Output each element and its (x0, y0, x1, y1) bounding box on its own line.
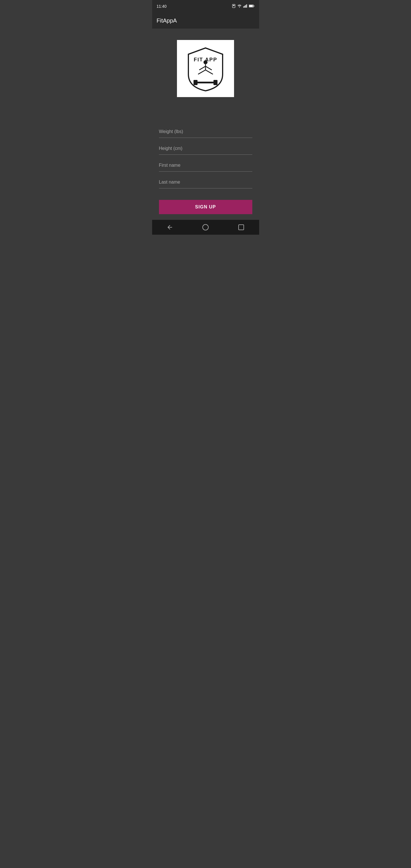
svg-rect-4 (244, 5, 245, 7)
app-bar: FitAppA (152, 12, 259, 29)
status-time: 11:40 (157, 4, 167, 8)
sim-icon (232, 4, 236, 9)
svg-rect-19 (214, 80, 218, 85)
recents-icon (238, 224, 245, 231)
app-bar-title: FitAppA (157, 18, 177, 24)
home-button[interactable] (202, 224, 209, 231)
svg-line-15 (198, 70, 205, 74)
back-icon (166, 224, 173, 231)
wifi-icon (238, 4, 242, 9)
main-content: FIT APP (152, 29, 259, 220)
signal-icon (243, 4, 247, 9)
svg-line-14 (205, 66, 212, 70)
svg-rect-8 (253, 5, 254, 6)
sign-up-button[interactable]: SIGN UP (159, 200, 252, 214)
svg-line-13 (199, 66, 205, 70)
svg-rect-3 (243, 6, 244, 8)
app-logo: FIT APP (183, 46, 228, 91)
battery-icon (249, 4, 255, 9)
svg-point-11 (203, 60, 208, 64)
svg-rect-6 (246, 4, 247, 8)
status-bar: 11:40 (152, 0, 259, 12)
last-name-input[interactable] (159, 176, 252, 188)
svg-point-2 (239, 7, 240, 7)
weight-input[interactable] (159, 126, 252, 138)
logo-container: FIT APP (177, 40, 234, 97)
svg-rect-17 (197, 82, 214, 83)
first-name-input[interactable] (159, 159, 252, 172)
svg-rect-21 (239, 225, 244, 230)
height-input[interactable] (159, 143, 252, 155)
home-icon (202, 224, 209, 231)
nav-bar (152, 220, 259, 235)
svg-rect-1 (233, 5, 234, 6)
svg-rect-18 (193, 80, 197, 85)
back-button[interactable] (166, 224, 173, 231)
svg-rect-5 (245, 5, 246, 7)
svg-rect-9 (249, 5, 253, 6)
svg-line-16 (205, 70, 213, 74)
signup-form: SIGN UP (159, 126, 252, 214)
recents-button[interactable] (238, 224, 245, 231)
status-icons (232, 4, 255, 9)
svg-point-20 (203, 224, 208, 230)
